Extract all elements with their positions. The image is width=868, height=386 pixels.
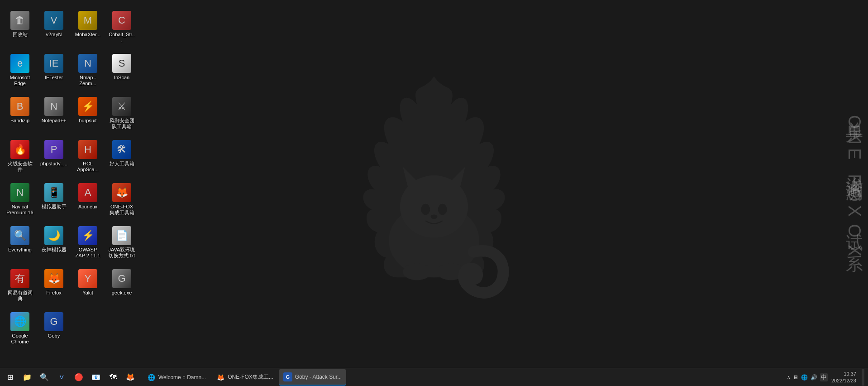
java-label: JAVA双环境切换方式.txt xyxy=(108,247,135,259)
desktop-icon-java[interactable]: 📄JAVA双环境切换方式.txt xyxy=(106,224,137,265)
tray-lang[interactable]: 中 xyxy=(820,373,828,381)
onefox-label: ONE-FOX集成工具箱 xyxy=(108,204,135,216)
haoqiren-label: 好人工具箱 xyxy=(110,161,134,167)
file-explorer-button[interactable]: 📁 xyxy=(19,369,35,386)
bandizip-label: Bandizip xyxy=(10,118,29,124)
taskbar-right: ∧ 🖥 🌐 🔊 中 10:37 2022/12/23 xyxy=(783,369,868,386)
desktop-icon-goby[interactable]: GGoby xyxy=(38,310,69,351)
svg-point-4 xyxy=(431,215,438,219)
youdao-label: 网易有道词典 xyxy=(6,290,33,302)
taskbar-left: ⊞ 📁 🔍 V 🔴 📧 🗺 🦊 xyxy=(0,369,140,386)
show-desktop-button[interactable] xyxy=(862,369,864,386)
chrome-taskbar-icon: 🌐 xyxy=(147,373,156,382)
taskbar-app-goby[interactable]: G Goby - Attack Sur... xyxy=(279,369,346,386)
taskbar-app-onefox[interactable]: 🦊 ONE-FOX集成工... xyxy=(211,369,278,386)
tray-chevron[interactable]: ∧ xyxy=(787,375,790,380)
noxemu-label: 模拟器助手 xyxy=(42,204,67,210)
edge-label: Microsoft Edge xyxy=(6,75,33,87)
desktop-icon-navicat[interactable]: NNavicat Premium 16 xyxy=(5,181,35,222)
chrome-icon: 🌐 xyxy=(10,312,29,331)
firefox-taskbar[interactable]: 🦊 xyxy=(122,369,138,386)
desktop-icon-mobaxterm[interactable]: MMobaXter... xyxy=(72,9,103,50)
desktop-icon-yeshen[interactable]: 🌙夜神模拟器 xyxy=(38,224,69,265)
taskbar-app-welcome[interactable]: 🌐 Welcome :: Damn... xyxy=(142,369,210,386)
desktop-icons-container: 🗑回收站Vv2rayNMMobaXter...CCobalt_Str...eMi… xyxy=(0,5,143,356)
maps-taskbar[interactable]: 🗺 xyxy=(105,369,121,386)
desktop-icon-bandizip[interactable]: BBandizip xyxy=(5,95,35,136)
yakit-taskbar[interactable]: 🔴 xyxy=(71,369,87,386)
edge-icon: e xyxy=(10,54,29,73)
desktop-icon-recycle[interactable]: 🗑回收站 xyxy=(5,9,35,50)
desktop-icon-huoqiu[interactable]: 🔥火绒安全软件 xyxy=(5,138,35,179)
yeshen-icon: 🌙 xyxy=(44,226,63,245)
desktop-icon-chrome[interactable]: 🌐Google Chrome xyxy=(5,310,35,351)
desktop-icon-youdao[interactable]: 有网易有道词典 xyxy=(5,267,35,308)
email-taskbar[interactable]: 📧 xyxy=(88,369,104,386)
desktop-icon-onefox[interactable]: 🦊ONE-FOX集成工具箱 xyxy=(106,181,137,222)
mobaxterm-icon: M xyxy=(78,11,97,30)
tray-network[interactable]: 🌐 xyxy=(801,374,808,381)
huoqiu-label: 火绒安全软件 xyxy=(6,161,33,173)
recycle-label: 回收站 xyxy=(13,32,28,38)
taskbar: ⊞ 📁 🔍 V 🔴 📧 🗺 🦊 🌐 Welcome :: Damn... 🦊 O… xyxy=(0,368,868,386)
desktop-icon-feng[interactable]: ⚔风御安全团队工具箱 xyxy=(106,95,137,136)
desktop-icon-firefox[interactable]: 🦊Firefox xyxy=(38,267,69,308)
desktop-icon-burpsuit[interactable]: ⚡burpsuit xyxy=(72,95,103,136)
burpsuit-label: burpsuit xyxy=(79,118,96,124)
desktop-icon-geek[interactable]: Ggeek.exe xyxy=(106,267,137,308)
goby-taskbar-icon: G xyxy=(283,372,292,381)
start-button[interactable]: ⊞ xyxy=(2,369,18,386)
yakit-icon: Y xyxy=(78,269,97,288)
fox-watermark xyxy=(321,48,547,320)
ietester-icon: IE xyxy=(44,54,63,73)
navicat-label: Navicat Premium 16 xyxy=(6,204,33,216)
search-button[interactable]: 🔍 xyxy=(36,369,52,386)
desktop-icon-phpstudy[interactable]: Pphpstudy_... xyxy=(38,138,69,179)
taskbar-running-apps: 🌐 Welcome :: Damn... 🦊 ONE-FOX集成工... G G… xyxy=(140,369,783,386)
desktop-icon-noxemu[interactable]: 📱模拟器助手 xyxy=(38,181,69,222)
clock-time: 10:37 xyxy=(831,371,856,377)
clock-date: 2022/12/23 xyxy=(831,377,856,384)
taskbar-app-goby-label: Goby - Attack Sur... xyxy=(295,374,342,380)
system-tray: ∧ 🖥 🌐 🔊 中 xyxy=(787,373,828,381)
svg-point-2 xyxy=(421,204,430,215)
desktop-icon-notepad[interactable]: NNotepad++ xyxy=(38,95,69,136)
cobalt-label: Cobalt_Str... xyxy=(108,32,135,43)
tray-volume[interactable]: 🔊 xyxy=(811,374,817,381)
owasp-label: OWASP ZAP 2.11.1 xyxy=(74,247,101,259)
taskbar-app-onefox-label: ONE-FOX集成工... xyxy=(228,373,273,381)
desktop-icon-acunetix[interactable]: AAcunetix xyxy=(72,181,103,222)
system-clock[interactable]: 10:37 2022/12/23 xyxy=(830,371,858,384)
yakit-label: Yakit xyxy=(82,290,93,296)
desktop-icon-yakit[interactable]: YYakit xyxy=(72,267,103,308)
everything-icon: 🔍 xyxy=(10,226,29,245)
desktop-icon-inscan[interactable]: SInScan xyxy=(106,52,137,93)
ietester-label: IETester xyxy=(45,75,63,81)
haoqiren-icon: 🛠 xyxy=(112,140,131,159)
desktop-icon-nmap[interactable]: NNmap - Zenm... xyxy=(72,52,103,93)
desktop-icon-hcl[interactable]: HHCL AppSca... xyxy=(72,138,103,179)
firefox-label: Firefox xyxy=(46,290,62,296)
desktop-icon-edge[interactable]: eMicrosoft Edge xyxy=(5,52,35,93)
nmap-icon: N xyxy=(78,54,97,73)
acunetix-icon: A xyxy=(78,183,97,202)
desktop-icon-ietester[interactable]: IEIETester xyxy=(38,52,69,93)
v2ray-taskbar[interactable]: V xyxy=(53,369,70,386)
tray-monitor[interactable]: 🖥 xyxy=(793,374,798,381)
cobalt-icon: C xyxy=(112,11,131,30)
desktop-icon-haoqiren[interactable]: 🛠好人工具箱 xyxy=(106,138,137,179)
yeshen-label: 夜神模拟器 xyxy=(42,247,67,253)
nmap-label: Nmap - Zenm... xyxy=(74,75,101,87)
notepad-icon: N xyxy=(44,97,63,116)
v2rayn-icon: V xyxy=(44,11,63,30)
chrome-label: Google Chrome xyxy=(6,333,33,345)
noxemu-icon: 📱 xyxy=(44,183,63,202)
taskbar-app-welcome-label: Welcome :: Damn... xyxy=(158,374,206,381)
desktop-icon-v2rayn[interactable]: Vv2rayN xyxy=(38,9,69,50)
desktop-icon-owasp[interactable]: ⚡OWASP ZAP 2.11.1 xyxy=(72,224,103,265)
desktop-icon-cobalt[interactable]: CCobalt_Str... xyxy=(106,9,137,50)
desktop-icon-everything[interactable]: 🔍Everything xyxy=(5,224,35,265)
onefox-icon: 🦊 xyxy=(112,183,131,202)
feng-icon: ⚔ xyxy=(112,97,131,116)
hcl-label: HCL AppSca... xyxy=(74,161,101,173)
